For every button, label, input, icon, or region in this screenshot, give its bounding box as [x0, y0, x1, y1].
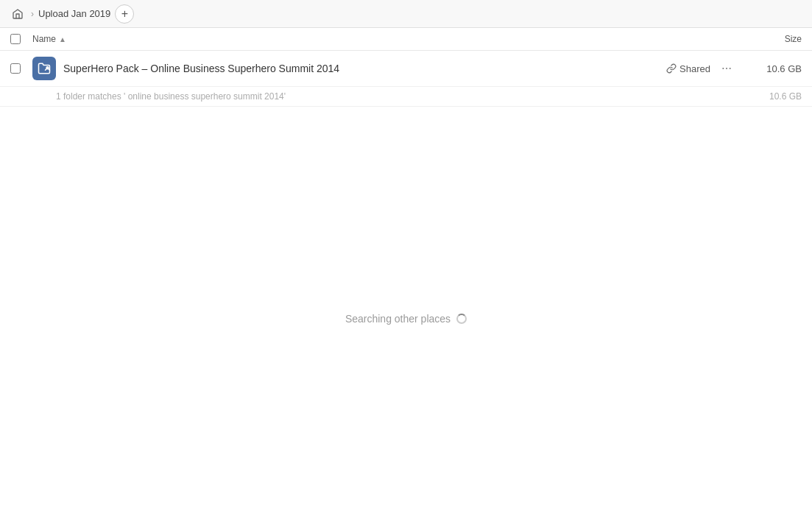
column-name-label: Name	[32, 34, 56, 44]
link-icon	[666, 63, 677, 74]
column-name-header[interactable]: Name ▲	[32, 34, 743, 44]
sort-arrow-icon: ▲	[59, 35, 66, 43]
svg-point-3	[730, 68, 731, 69]
header-checkbox-col	[10, 34, 32, 44]
home-button[interactable]	[9, 5, 27, 23]
more-options-icon	[721, 63, 732, 74]
file-size: 10.6 GB	[743, 63, 802, 74]
select-all-checkbox[interactable]	[10, 34, 21, 44]
breadcrumb-label: Upload Jan 2019	[38, 8, 110, 19]
search-info-size: 10.6 GB	[743, 91, 802, 102]
searching-other-places: Searching other places	[0, 313, 812, 325]
search-info-text: 1 folder matches ' online business super…	[56, 91, 743, 102]
header-bar: › Upload Jan 2019 +	[0, 0, 812, 28]
folder-icon-container	[32, 57, 56, 80]
searching-label: Searching other places	[345, 313, 451, 325]
folder-share-icon	[38, 62, 51, 75]
add-button[interactable]: +	[115, 4, 134, 24]
shared-badge: Shared	[666, 63, 710, 74]
shared-label: Shared	[679, 63, 710, 74]
file-row[interactable]: SuperHero Pack – Online Business Superhe…	[0, 51, 812, 87]
svg-point-1	[722, 68, 724, 69]
column-headers: Name ▲ Size	[0, 28, 812, 51]
row-checkbox-col	[10, 63, 32, 74]
loading-spinner	[456, 314, 467, 324]
column-size-header[interactable]: Size	[743, 34, 802, 44]
breadcrumb-separator: ›	[31, 9, 34, 19]
file-name: SuperHero Pack – Online Business Superhe…	[63, 63, 666, 74]
search-info-row: 1 folder matches ' online business super…	[0, 87, 812, 107]
more-options-button[interactable]	[716, 58, 737, 79]
row-checkbox[interactable]	[10, 63, 21, 74]
svg-point-2	[726, 68, 727, 69]
